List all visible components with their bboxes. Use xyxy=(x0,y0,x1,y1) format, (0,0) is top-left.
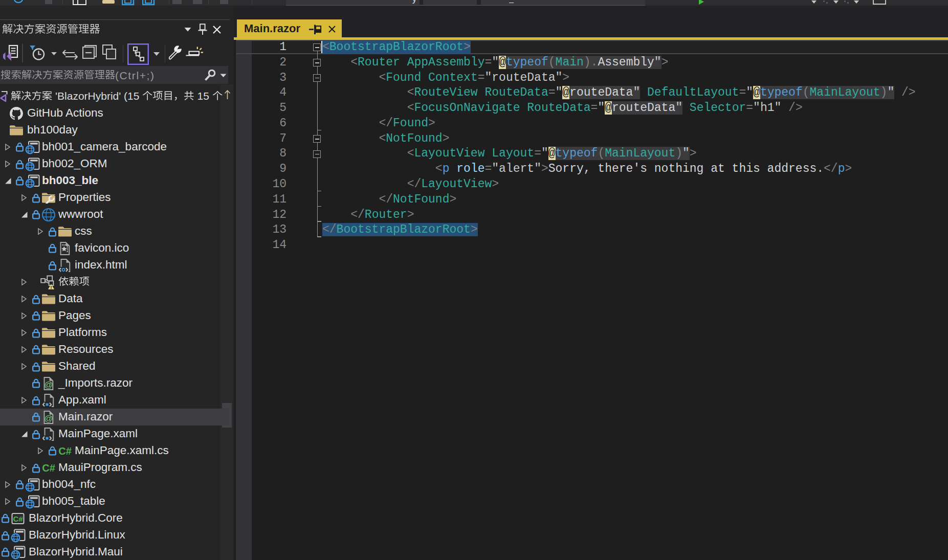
svg-text:C#: C# xyxy=(58,445,72,457)
svg-text:@: @ xyxy=(44,413,53,423)
svg-text:C#: C# xyxy=(13,514,23,523)
svg-text:C#: C# xyxy=(42,462,55,474)
svg-text:@: @ xyxy=(44,379,53,389)
